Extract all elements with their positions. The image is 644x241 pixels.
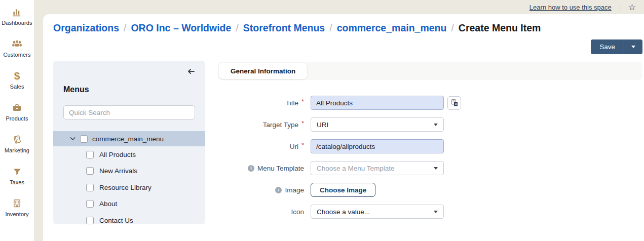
- form-row-menu-template: i Menu Template Choose a Menu Template: [218, 161, 461, 175]
- sidebar-item-products[interactable]: Products: [0, 96, 34, 128]
- quick-search-input[interactable]: [63, 105, 195, 119]
- sidebar-item-inventory[interactable]: Inventory: [0, 191, 34, 223]
- target-type-select[interactable]: URI: [311, 117, 444, 132]
- tree-item-label: Contact Us: [99, 217, 133, 224]
- uri-input[interactable]: [311, 139, 444, 153]
- page-title: Create Menu Item: [459, 22, 541, 34]
- tree-checkbox[interactable]: [86, 200, 94, 208]
- translations-button[interactable]: a: [447, 96, 461, 110]
- field-label-text: Image: [285, 186, 304, 194]
- tree-row-contact-us[interactable]: Contact Us: [53, 212, 205, 229]
- info-icon[interactable]: i: [275, 187, 282, 193]
- app-window: Learn how to use this space ☆ Dashboards…: [0, 0, 644, 241]
- form-row-icon: Icon Choose a value...: [218, 205, 461, 219]
- menu-tree: commerce_main_menu All Products New Arri…: [53, 131, 205, 229]
- sidebar-item-label: Dashboards: [2, 20, 32, 26]
- sidebar-item-taxes[interactable]: Taxes: [0, 159, 34, 191]
- caret-down-icon: [434, 167, 438, 170]
- sidebar-item-label: Taxes: [10, 179, 24, 185]
- translation-icon: a: [450, 99, 459, 107]
- topbar-divider: [620, 3, 620, 12]
- save-button-group: Save: [591, 39, 642, 54]
- tree-item-label: About: [99, 200, 117, 208]
- sidebar-item-sales[interactable]: $ Sales: [0, 64, 34, 96]
- breadcrumb-separator: /: [236, 22, 238, 34]
- info-icon[interactable]: i: [248, 165, 254, 172]
- icon-select[interactable]: Choose a value...: [311, 205, 444, 219]
- menus-panel-title: Menus: [63, 85, 89, 94]
- sidebar-item-label: Inventory: [5, 211, 28, 217]
- save-dropdown-button[interactable]: [624, 39, 642, 54]
- select-value: Choose a value...: [317, 208, 370, 216]
- tab-general-information[interactable]: General Information: [219, 63, 307, 79]
- dollar-icon: $: [14, 70, 20, 82]
- svg-text:a: a: [454, 102, 457, 105]
- menus-panel: Menus commerce_main_menu All Products Ne…: [53, 61, 205, 224]
- tree-checkbox[interactable]: [86, 167, 94, 175]
- sidebar-item-label: Products: [6, 115, 28, 122]
- tree-item-label: All Products: [99, 151, 136, 158]
- target-type-label: Target Type *: [218, 121, 311, 129]
- sidebar-item-label: Sales: [10, 84, 24, 90]
- title-label: Title *: [218, 99, 311, 107]
- form-row-title: Title * a: [218, 96, 461, 110]
- required-marker: *: [301, 119, 304, 127]
- chevron-down-icon[interactable]: [70, 137, 75, 141]
- breadcrumb-link-organizations[interactable]: Organizations: [53, 22, 119, 34]
- breadcrumb-separator: /: [329, 22, 332, 34]
- caret-down-icon: [434, 124, 438, 126]
- funnel-icon: [12, 166, 22, 177]
- required-marker: *: [301, 98, 304, 105]
- breadcrumb-link-menu[interactable]: commerce_main_menu: [337, 22, 447, 34]
- favorite-star-icon[interactable]: ☆: [628, 3, 636, 12]
- tree-row-new-arrivals[interactable]: New Arrivals: [53, 163, 205, 180]
- tree-item-label: Resource Library: [99, 184, 151, 191]
- tree-row-all-products[interactable]: All Products: [53, 146, 205, 163]
- top-bar: Learn how to use this space ☆: [34, 0, 644, 14]
- tree-row-root[interactable]: commerce_main_menu: [53, 131, 205, 146]
- breadcrumb-separator: /: [124, 22, 126, 34]
- tree-checkbox[interactable]: [86, 184, 94, 191]
- field-label-text: Title: [286, 99, 298, 107]
- save-button[interactable]: Save: [591, 39, 624, 54]
- uri-label: Uri *: [218, 143, 311, 150]
- breadcrumb-separator: /: [451, 22, 453, 34]
- field-label-text: Icon: [291, 208, 304, 216]
- book-icon: [12, 134, 23, 145]
- tree-checkbox[interactable]: [86, 217, 94, 224]
- tree-checkbox[interactable]: [80, 135, 88, 143]
- collapse-panel-arrow-icon[interactable]: [187, 68, 195, 77]
- menu-template-select[interactable]: Choose a Menu Template: [311, 161, 444, 175]
- required-marker: *: [301, 141, 304, 149]
- briefcase-icon: [12, 102, 22, 113]
- choose-image-button[interactable]: Choose Image: [311, 183, 375, 197]
- general-information-form: Title * a Target Type * URI Uri: [218, 96, 461, 226]
- learn-how-link[interactable]: Learn how to use this space: [529, 4, 612, 11]
- tab-strip: General Information: [218, 62, 642, 80]
- caret-down-icon: [434, 211, 438, 213]
- tree-item-label: New Arrivals: [99, 167, 137, 175]
- users-icon: [11, 38, 23, 50]
- breadcrumb-link-storefront-menus[interactable]: Storefront Menus: [243, 22, 325, 34]
- tree-row-resource-library[interactable]: Resource Library: [53, 179, 205, 196]
- breadcrumb-link-organization[interactable]: ORO Inc – Worldwide: [131, 22, 231, 34]
- tree-checkbox[interactable]: [86, 151, 94, 158]
- form-row-target-type: Target Type * URI: [218, 117, 461, 132]
- sidebar-item-label: Customers: [3, 52, 30, 58]
- form-row-image: i Image Choose Image: [218, 183, 461, 197]
- menu-template-label: i Menu Template: [218, 165, 311, 172]
- caret-down-icon: [631, 46, 635, 48]
- tree-item-label: commerce_main_menu: [92, 135, 164, 143]
- icon-label: Icon: [218, 208, 311, 216]
- sidebar-item-marketing[interactable]: Marketing: [0, 128, 34, 159]
- sidebar-item-dashboards[interactable]: Dashboards: [0, 0, 34, 32]
- title-input[interactable]: [311, 96, 444, 110]
- select-value: URI: [317, 121, 328, 129]
- select-placeholder: Choose a Menu Template: [317, 165, 395, 172]
- sidebar-item-customers[interactable]: Customers: [0, 32, 34, 64]
- tree-row-about[interactable]: About: [53, 196, 205, 213]
- form-row-uri: Uri *: [218, 139, 461, 153]
- app-sidebar: Dashboards Customers $ Sales Products Ma…: [0, 0, 34, 241]
- field-label-text: Uri: [290, 143, 298, 150]
- image-label: i Image: [218, 186, 311, 194]
